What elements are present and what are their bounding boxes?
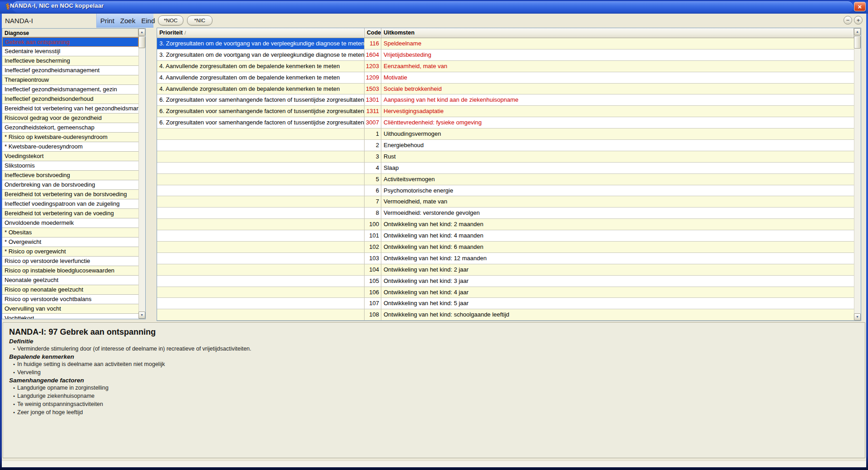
cell-prioriteit[interactable] bbox=[157, 185, 365, 196]
cell-uitkomst[interactable]: Hervestigingsadaptatie bbox=[381, 106, 854, 117]
cell-uitkomst[interactable]: Speldeelname bbox=[381, 38, 854, 49]
cell-code[interactable]: 108 bbox=[365, 309, 381, 320]
cell-code[interactable]: 104 bbox=[365, 264, 381, 275]
sidebar-item[interactable]: Bereidheid tot verbetering van de voedin… bbox=[2, 209, 138, 218]
cell-prioriteit[interactable]: 3. Zorgresultaten om de voortgang van de… bbox=[157, 38, 365, 49]
cell-uitkomst[interactable]: Ontwikkeling van het kind: schoolgaande … bbox=[381, 309, 854, 320]
cell-uitkomst[interactable]: Ontwikkeling van het kind: 4 jaar bbox=[381, 287, 854, 298]
sidebar-item[interactable]: Ineffectief gezondheidsmanagement bbox=[2, 66, 138, 75]
sidebar-item[interactable]: Risico op instabiele bloedglucosewaarden bbox=[2, 266, 138, 276]
sidebar-item[interactable]: * Kwetsbare-ouderesyndroom bbox=[2, 142, 138, 152]
outcome-row[interactable]: 4. Aanvullende zorgresultaten om de bepa… bbox=[157, 72, 854, 84]
outcome-row[interactable]: 3. Zorgresultaten om de voortgang van de… bbox=[157, 49, 854, 61]
cell-prioriteit[interactable]: 4. Aanvullende zorgresultaten om de bepa… bbox=[157, 72, 365, 83]
menu-item-zoek[interactable]: Zoek bbox=[120, 17, 135, 25]
outcome-row[interactable]: 4Slaap bbox=[157, 163, 854, 174]
sidebar-item[interactable]: * Risico op kwetsbare-ouderesyndroom bbox=[2, 133, 138, 142]
sidebar-item[interactable]: Overvulling van vocht bbox=[2, 304, 138, 314]
cell-code[interactable]: 3007 bbox=[365, 117, 381, 128]
cell-prioriteit[interactable] bbox=[157, 174, 365, 185]
cell-code[interactable]: 1301 bbox=[365, 94, 381, 105]
sidebar-item[interactable]: Bereidheid tot verbetering van de borstv… bbox=[2, 190, 138, 199]
cell-code[interactable]: 1 bbox=[365, 129, 381, 139]
cell-prioriteit[interactable] bbox=[157, 242, 365, 252]
outcome-row[interactable]: 101Ontwikkeling van het kind: 4 maanden bbox=[157, 230, 854, 242]
cell-uitkomst[interactable]: Slaap bbox=[381, 163, 854, 173]
cell-code[interactable]: 106 bbox=[365, 287, 381, 298]
sidebar-item[interactable]: Neonatale geelzucht bbox=[2, 276, 138, 285]
cell-uitkomst[interactable]: Rust bbox=[381, 151, 854, 162]
sidebar-item[interactable]: Gebrek aan ontspanning bbox=[2, 37, 138, 47]
cell-code[interactable]: 105 bbox=[365, 276, 381, 287]
cell-prioriteit[interactable] bbox=[157, 276, 365, 287]
cell-uitkomst[interactable]: Eenzaamheid, mate van bbox=[381, 61, 854, 72]
sidebar-item[interactable]: Ineffectieve borstvoeding bbox=[2, 171, 138, 180]
sidebar-item[interactable]: Therapieontrouw bbox=[2, 75, 138, 85]
cell-code[interactable]: 107 bbox=[365, 298, 381, 309]
sidebar-item[interactable]: Ineffectieve bescherming bbox=[2, 56, 138, 66]
cell-prioriteit[interactable]: 6. Zorgresultaten voor samenhangende fac… bbox=[157, 117, 365, 128]
outcome-row[interactable]: 1Uithoudingsvermogen bbox=[157, 129, 854, 140]
outcome-row[interactable]: 8Vermoeidheid: verstorende gevolgen bbox=[157, 208, 854, 219]
cell-uitkomst[interactable]: Vermoeidheid: verstorende gevolgen bbox=[381, 208, 854, 218]
sidebar-item[interactable]: Risicovol gedrag voor de gezondheid bbox=[2, 114, 138, 123]
scroll-down-icon[interactable]: ▼ bbox=[854, 313, 861, 321]
cell-code[interactable]: 103 bbox=[365, 253, 381, 264]
outcome-row[interactable]: 4. Aanvullende zorgresultaten om de bepa… bbox=[157, 61, 854, 72]
cell-prioriteit[interactable] bbox=[157, 230, 365, 241]
cell-code[interactable]: 116 bbox=[365, 38, 381, 49]
outcome-row[interactable]: 103Ontwikkeling van het kind: 12 maanden bbox=[157, 253, 854, 264]
outcome-row[interactable]: 6Psychomotorische energie bbox=[157, 185, 854, 197]
outcome-row[interactable]: 108Ontwikkeling van het kind: schoolgaan… bbox=[157, 309, 854, 321]
cell-code[interactable]: 5 bbox=[365, 174, 381, 185]
sidebar-item[interactable]: Vochttekort bbox=[2, 314, 138, 319]
cell-uitkomst[interactable]: Vrijetijdsbesteding bbox=[381, 49, 854, 60]
column-header-prioriteit[interactable]: Prioriteit/ bbox=[157, 28, 365, 38]
cell-uitkomst[interactable]: Motivatie bbox=[381, 72, 854, 83]
cell-prioriteit[interactable]: 4. Aanvullende zorgresultaten om de bepa… bbox=[157, 84, 365, 94]
outcome-row[interactable]: 3. Zorgresultaten om de voortgang van de… bbox=[157, 38, 854, 49]
column-header-code[interactable]: Code bbox=[365, 28, 381, 38]
cell-code[interactable]: 8 bbox=[365, 208, 381, 218]
cell-code[interactable]: 100 bbox=[365, 219, 381, 230]
sidebar-item[interactable]: Sedentaire levensstijl bbox=[2, 47, 138, 56]
cell-prioriteit[interactable] bbox=[157, 140, 365, 151]
cell-prioriteit[interactable] bbox=[157, 208, 365, 218]
cell-uitkomst[interactable]: Uithoudingsvermogen bbox=[381, 129, 854, 139]
cell-code[interactable]: 2 bbox=[365, 140, 381, 151]
outcome-row[interactable]: 104Ontwikkeling van het kind: 2 jaar bbox=[157, 264, 854, 276]
sidebar-item[interactable]: Risico op verstoorde leverfunctie bbox=[2, 257, 138, 266]
scrollbar-thumb[interactable] bbox=[854, 36, 861, 49]
sidebar-item[interactable]: Slikstoornis bbox=[2, 161, 138, 171]
cell-prioriteit[interactable] bbox=[157, 264, 365, 275]
cell-prioriteit[interactable] bbox=[157, 298, 365, 309]
cell-code[interactable]: 1604 bbox=[365, 49, 381, 60]
cell-code[interactable]: 7 bbox=[365, 196, 381, 207]
cell-uitkomst[interactable]: Psychomotorische energie bbox=[381, 185, 854, 196]
cell-code[interactable]: 1209 bbox=[365, 72, 381, 83]
cell-uitkomst[interactable]: Ontwikkeling van het kind: 2 jaar bbox=[381, 264, 854, 275]
outcomes-scrollbar[interactable]: ▲ ▼ bbox=[854, 28, 861, 321]
scroll-up-icon[interactable]: ▲ bbox=[854, 28, 861, 35]
outcome-row[interactable]: 6. Zorgresultaten voor samenhangende fac… bbox=[157, 94, 854, 106]
diagnosis-column-header[interactable]: Diagnose bbox=[2, 29, 138, 37]
cell-uitkomst[interactable]: Activiteitsvermogen bbox=[381, 174, 854, 185]
cell-code[interactable]: 1311 bbox=[365, 106, 381, 117]
close-icon[interactable]: × bbox=[854, 2, 866, 11]
cell-uitkomst[interactable]: Ontwikkeling van het kind: 2 maanden bbox=[381, 219, 854, 230]
cell-code[interactable]: 4 bbox=[365, 163, 381, 173]
sidebar-item[interactable]: * Obesitas bbox=[2, 228, 138, 237]
cell-uitkomst[interactable]: Aanpassing van het kind aan de ziekenhui… bbox=[381, 94, 854, 105]
sidebar-item[interactable]: Risico op neonatale geelzucht bbox=[2, 285, 138, 295]
scrollbar-thumb[interactable] bbox=[138, 36, 145, 48]
column-header-uitkomsten[interactable]: Uitkomsten bbox=[381, 28, 854, 38]
sidebar-item[interactable]: Onvoldoende moedermelk bbox=[2, 218, 138, 228]
sidebar-item[interactable]: Gezondheidstekort, gemeenschap bbox=[2, 123, 138, 133]
sidebar-item[interactable]: Bereidheid tot verbetering van het gezon… bbox=[2, 104, 138, 114]
cell-prioriteit[interactable] bbox=[157, 163, 365, 173]
zoom-out-button[interactable]: − bbox=[843, 16, 852, 25]
outcome-row[interactable]: 7Vermoeidheid, mate van bbox=[157, 196, 854, 208]
noc-button[interactable]: *NOC bbox=[158, 15, 183, 25]
nic-button[interactable]: *NIC bbox=[187, 15, 212, 25]
sidebar-item[interactable]: Ineffectief voedingspatroon van de zuige… bbox=[2, 199, 138, 209]
